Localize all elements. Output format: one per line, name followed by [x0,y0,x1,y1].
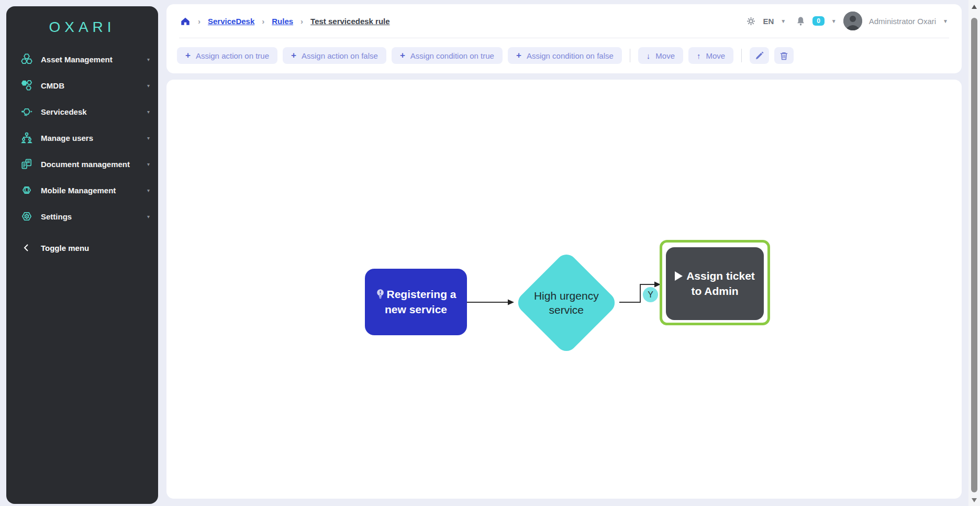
cmdb-icon [20,79,34,92]
sidebar-item-asset-management[interactable]: Asset Management ▾ [6,46,158,72]
sidebar-item-label: Document management [41,160,130,169]
sidebar-item-document-management[interactable]: Document management ▾ [6,151,158,177]
plus-icon: + [291,50,296,61]
sidebar-item-label: Manage users [41,134,93,142]
chevron-down-icon: ▾ [147,188,150,193]
rule-flow-canvas[interactable]: Registering a new service High urgency s… [166,80,962,499]
start-node-registering-a-new-service[interactable]: Registering a new service [365,269,467,335]
bulb-icon [375,289,385,300]
trash-icon [779,51,788,60]
rule-toolbar: + Assign action on true + Assign action … [166,38,962,73]
user-name[interactable]: Administrator Oxari [869,17,936,26]
mobile-management-icon [20,183,34,197]
plus-icon: + [516,50,521,61]
sidebar-menu: Asset Management ▾ CMDB ▾ [6,46,158,261]
plus-icon: + [185,50,191,61]
sidebar: OXARI Asset Management ▾ CMDB [6,6,158,504]
avatar[interactable] [843,12,862,30]
chevron-down-icon: ▾ [147,161,150,167]
chevron-down-icon: ▾ [147,214,150,219]
sidebar-item-cmdb[interactable]: CMDB ▾ [6,72,158,98]
settings-icon [20,210,34,223]
action-node-label: Assign ticket to Admin [686,270,755,296]
chevron-down-icon: ▾ [147,57,150,62]
chevron-down-icon: ▾ [147,83,150,89]
sidebar-item-label: Servicedesk [41,107,87,116]
scroll-down-arrow-icon[interactable] [972,498,977,502]
condition-node-label: High urgency service [529,289,604,317]
plus-icon: + [400,50,405,61]
breadcrumb-current: Test servicedesk rule [310,17,389,26]
breadcrumb-link-rules[interactable]: Rules [272,17,293,26]
chevron-down-icon[interactable]: ▼ [831,18,837,24]
notification-count-badge: 0 [812,16,825,26]
breadcrumb: › ServiceDesk › Rules › Test servicedesk… [180,16,390,26]
arrow-up-icon: ↑ [697,51,701,60]
action-node-assign-ticket-to-admin[interactable]: Assign ticket to Admin [666,247,764,320]
sidebar-item-mobile-management[interactable]: Mobile Management ▾ [6,177,158,203]
vertical-scrollbar[interactable] [968,0,980,506]
chevron-left-icon [20,241,34,255]
assign-action-on-false-button[interactable]: + Assign action on false [283,47,386,64]
sidebar-item-label: Mobile Management [41,186,116,195]
chevron-down-icon[interactable]: ▼ [781,18,786,24]
scroll-up-arrow-icon[interactable] [972,5,977,9]
sidebar-item-label: Asset Management [41,55,113,64]
gear-icon[interactable] [746,16,756,26]
toggle-menu-label: Toggle menu [41,244,89,252]
sidebar-item-label: Settings [41,212,72,221]
start-node-label: Registering a new service [385,288,456,315]
servicedesk-icon [20,105,34,118]
breadcrumb-separator: › [262,17,264,26]
pencil-icon [755,51,764,60]
chevron-down-icon: ▾ [147,135,150,141]
breadcrumb-separator: › [300,17,303,26]
assign-action-on-true-button[interactable]: + Assign action on true [177,47,277,64]
bell-icon[interactable] [796,16,806,26]
document-management-icon [20,157,34,171]
sidebar-item-servicedesk[interactable]: Servicedesk ▾ [6,98,158,125]
sidebar-item-label: CMDB [41,81,64,90]
assign-condition-on-true-button[interactable]: + Assign condition on true [392,47,503,64]
toolbar-separator [630,49,630,62]
edit-button[interactable] [750,47,769,64]
language-selector[interactable]: EN [763,17,774,26]
branch-yes-label: Y [643,287,658,302]
assign-condition-on-false-button[interactable]: + Assign condition on false [508,47,622,64]
breadcrumb-link-servicedesk[interactable]: ServiceDesk [208,17,254,26]
chevron-down-icon: ▾ [147,109,150,115]
asset-management-icon [20,52,34,66]
top-bar: › ServiceDesk › Rules › Test servicedesk… [166,4,962,73]
move-up-button[interactable]: ↑ Move [688,47,733,64]
toolbar-separator [741,49,742,62]
breadcrumb-separator: › [198,17,201,26]
delete-button[interactable] [774,47,794,64]
move-down-button[interactable]: ↓ Move [638,47,683,64]
sidebar-item-settings[interactable]: Settings ▾ [6,203,158,229]
home-icon[interactable] [180,16,191,26]
manage-users-icon [20,131,34,145]
arrow-down-icon: ↓ [647,51,651,60]
scrollbar-thumb[interactable] [971,18,977,492]
toggle-menu-button[interactable]: Toggle menu [6,235,158,261]
logo: OXARI [6,6,158,44]
oxari-logo: OXARI [49,19,115,36]
play-icon [675,271,683,281]
chevron-down-icon[interactable]: ▼ [943,18,948,24]
sidebar-item-manage-users[interactable]: Manage users ▾ [6,125,158,151]
header-controls: EN ▼ 0 ▼ Administrator Oxari ▼ [746,12,948,30]
